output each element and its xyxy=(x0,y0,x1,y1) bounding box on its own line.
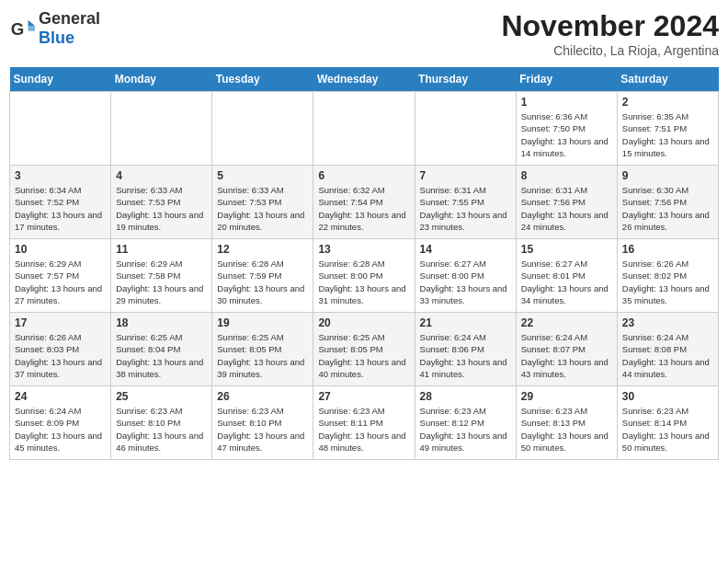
header: G General Blue November 2024 Chilecito, … xyxy=(9,9,719,58)
calendar-cell xyxy=(10,92,111,166)
day-number: 6 xyxy=(318,169,409,182)
day-number: 14 xyxy=(420,243,511,256)
calendar-cell: 6Sunrise: 6:32 AM Sunset: 7:54 PM Daylig… xyxy=(313,166,415,239)
calendar-cell xyxy=(415,92,516,166)
weekday-header-sunday: Sunday xyxy=(10,67,111,92)
cell-content: Sunrise: 6:23 AM Sunset: 8:11 PM Dayligh… xyxy=(318,405,409,454)
cell-content: Sunrise: 6:30 AM Sunset: 7:56 PM Dayligh… xyxy=(622,184,713,233)
calendar-cell: 13Sunrise: 6:28 AM Sunset: 8:00 PM Dayli… xyxy=(313,239,415,313)
month-title: November 2024 xyxy=(501,9,719,43)
logo: G General Blue xyxy=(9,9,100,48)
calendar-cell: 10Sunrise: 6:29 AM Sunset: 7:57 PM Dayli… xyxy=(10,239,111,313)
calendar-cell: 28Sunrise: 6:23 AM Sunset: 8:12 PM Dayli… xyxy=(415,386,516,460)
day-number: 23 xyxy=(622,316,713,329)
weekday-header-tuesday: Tuesday xyxy=(212,67,313,92)
day-number: 15 xyxy=(521,243,612,256)
calendar-table: SundayMondayTuesdayWednesdayThursdayFrid… xyxy=(9,67,719,460)
day-number: 2 xyxy=(622,96,713,109)
cell-content: Sunrise: 6:23 AM Sunset: 8:10 PM Dayligh… xyxy=(116,405,207,454)
cell-content: Sunrise: 6:29 AM Sunset: 7:57 PM Dayligh… xyxy=(15,258,106,306)
calendar-cell: 15Sunrise: 6:27 AM Sunset: 8:01 PM Dayli… xyxy=(516,239,617,313)
day-number: 22 xyxy=(521,316,612,329)
cell-content: Sunrise: 6:31 AM Sunset: 7:56 PM Dayligh… xyxy=(521,184,612,233)
cell-content: Sunrise: 6:32 AM Sunset: 7:54 PM Dayligh… xyxy=(318,184,409,233)
svg-text:G: G xyxy=(11,19,25,39)
calendar-cell: 1Sunrise: 6:36 AM Sunset: 7:50 PM Daylig… xyxy=(516,92,617,166)
weekday-header-wednesday: Wednesday xyxy=(313,67,415,92)
day-number: 16 xyxy=(622,243,713,256)
calendar-cell: 30Sunrise: 6:23 AM Sunset: 8:14 PM Dayli… xyxy=(617,386,718,460)
cell-content: Sunrise: 6:23 AM Sunset: 8:10 PM Dayligh… xyxy=(217,405,308,454)
calendar-cell: 3Sunrise: 6:34 AM Sunset: 7:52 PM Daylig… xyxy=(10,166,111,239)
cell-content: Sunrise: 6:26 AM Sunset: 8:02 PM Dayligh… xyxy=(622,258,713,306)
calendar-cell: 26Sunrise: 6:23 AM Sunset: 8:10 PM Dayli… xyxy=(212,386,313,460)
location: Chilecito, La Rioja, Argentina xyxy=(501,43,719,58)
cell-content: Sunrise: 6:23 AM Sunset: 8:13 PM Dayligh… xyxy=(521,405,612,454)
cell-content: Sunrise: 6:25 AM Sunset: 8:05 PM Dayligh… xyxy=(318,331,409,380)
weekday-header-friday: Friday xyxy=(516,67,617,92)
day-number: 9 xyxy=(622,169,713,182)
cell-content: Sunrise: 6:27 AM Sunset: 8:01 PM Dayligh… xyxy=(521,258,612,306)
day-number: 7 xyxy=(420,169,511,182)
calendar-cell: 23Sunrise: 6:24 AM Sunset: 8:08 PM Dayli… xyxy=(617,313,718,386)
cell-content: Sunrise: 6:24 AM Sunset: 8:09 PM Dayligh… xyxy=(15,405,106,454)
calendar-cell: 11Sunrise: 6:29 AM Sunset: 7:58 PM Dayli… xyxy=(111,239,212,313)
day-number: 21 xyxy=(420,316,511,329)
title-area: November 2024 Chilecito, La Rioja, Argen… xyxy=(501,9,719,58)
cell-content: Sunrise: 6:23 AM Sunset: 8:12 PM Dayligh… xyxy=(420,405,511,454)
day-number: 12 xyxy=(217,243,308,256)
logo-general: General xyxy=(39,9,100,28)
day-number: 10 xyxy=(15,243,106,256)
calendar-cell xyxy=(212,92,313,166)
calendar-cell xyxy=(111,92,212,166)
day-number: 18 xyxy=(116,316,207,329)
calendar-cell: 21Sunrise: 6:24 AM Sunset: 8:06 PM Dayli… xyxy=(415,313,516,386)
cell-content: Sunrise: 6:33 AM Sunset: 7:53 PM Dayligh… xyxy=(217,184,308,233)
calendar-cell: 29Sunrise: 6:23 AM Sunset: 8:13 PM Dayli… xyxy=(516,386,617,460)
logo-icon: G xyxy=(9,16,35,41)
calendar-cell: 27Sunrise: 6:23 AM Sunset: 8:11 PM Dayli… xyxy=(313,386,415,460)
calendar-cell: 16Sunrise: 6:26 AM Sunset: 8:02 PM Dayli… xyxy=(617,239,718,313)
calendar-cell: 22Sunrise: 6:24 AM Sunset: 8:07 PM Dayli… xyxy=(516,313,617,386)
cell-content: Sunrise: 6:28 AM Sunset: 7:59 PM Dayligh… xyxy=(217,258,308,306)
cell-content: Sunrise: 6:24 AM Sunset: 8:08 PM Dayligh… xyxy=(622,331,713,380)
cell-content: Sunrise: 6:24 AM Sunset: 8:07 PM Dayligh… xyxy=(521,331,612,380)
calendar-cell: 17Sunrise: 6:26 AM Sunset: 8:03 PM Dayli… xyxy=(10,313,111,386)
day-number: 28 xyxy=(420,390,511,403)
cell-content: Sunrise: 6:25 AM Sunset: 8:05 PM Dayligh… xyxy=(217,331,308,380)
calendar-cell: 20Sunrise: 6:25 AM Sunset: 8:05 PM Dayli… xyxy=(313,313,415,386)
day-number: 20 xyxy=(318,316,409,329)
calendar-cell: 8Sunrise: 6:31 AM Sunset: 7:56 PM Daylig… xyxy=(516,166,617,239)
day-number: 4 xyxy=(116,169,207,182)
calendar-cell: 9Sunrise: 6:30 AM Sunset: 7:56 PM Daylig… xyxy=(617,166,718,239)
day-number: 11 xyxy=(116,243,207,256)
calendar-cell: 14Sunrise: 6:27 AM Sunset: 8:00 PM Dayli… xyxy=(415,239,516,313)
day-number: 27 xyxy=(318,390,409,403)
day-number: 5 xyxy=(217,169,308,182)
cell-content: Sunrise: 6:27 AM Sunset: 8:00 PM Dayligh… xyxy=(420,258,511,306)
cell-content: Sunrise: 6:26 AM Sunset: 8:03 PM Dayligh… xyxy=(15,331,106,380)
day-number: 30 xyxy=(622,390,713,403)
cell-content: Sunrise: 6:34 AM Sunset: 7:52 PM Dayligh… xyxy=(15,184,106,233)
day-number: 1 xyxy=(521,96,612,109)
calendar-cell: 24Sunrise: 6:24 AM Sunset: 8:09 PM Dayli… xyxy=(10,386,111,460)
calendar-cell xyxy=(313,92,415,166)
cell-content: Sunrise: 6:24 AM Sunset: 8:06 PM Dayligh… xyxy=(420,331,511,380)
calendar-cell: 25Sunrise: 6:23 AM Sunset: 8:10 PM Dayli… xyxy=(111,386,212,460)
cell-content: Sunrise: 6:28 AM Sunset: 8:00 PM Dayligh… xyxy=(318,258,409,306)
logo-blue: Blue xyxy=(39,29,74,47)
day-number: 26 xyxy=(217,390,308,403)
day-number: 25 xyxy=(116,390,207,403)
day-number: 29 xyxy=(521,390,612,403)
calendar-cell: 4Sunrise: 6:33 AM Sunset: 7:53 PM Daylig… xyxy=(111,166,212,239)
weekday-header-monday: Monday xyxy=(111,67,212,92)
day-number: 19 xyxy=(217,316,308,329)
weekday-header-saturday: Saturday xyxy=(617,67,718,92)
day-number: 24 xyxy=(15,390,106,403)
cell-content: Sunrise: 6:31 AM Sunset: 7:55 PM Dayligh… xyxy=(420,184,511,233)
cell-content: Sunrise: 6:29 AM Sunset: 7:58 PM Dayligh… xyxy=(116,258,207,306)
day-number: 8 xyxy=(521,169,612,182)
calendar-cell: 5Sunrise: 6:33 AM Sunset: 7:53 PM Daylig… xyxy=(212,166,313,239)
calendar-cell: 2Sunrise: 6:35 AM Sunset: 7:51 PM Daylig… xyxy=(617,92,718,166)
calendar-cell: 7Sunrise: 6:31 AM Sunset: 7:55 PM Daylig… xyxy=(415,166,516,239)
